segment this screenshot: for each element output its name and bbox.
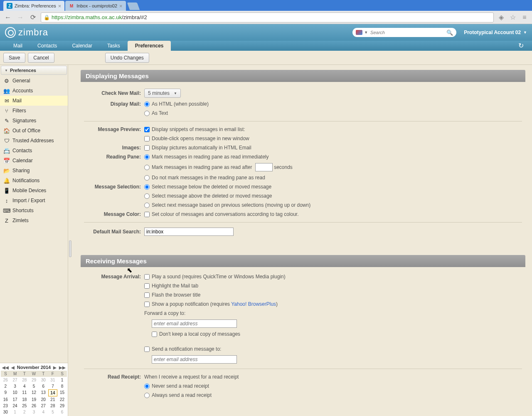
ms-above-radio[interactable]: Select message above the deleted or move… [144, 193, 272, 199]
rp-none-radio[interactable]: Do not mark messages in the reading pane… [144, 175, 265, 181]
highlight-tab-checkbox[interactable]: Highlight the Mail tab [144, 283, 198, 289]
check-interval-select[interactable]: 5 minutes [144, 89, 181, 98]
calendar-day[interactable]: 8 [57, 383, 67, 389]
ms-below-radio[interactable]: Select message below the deleted or move… [144, 184, 271, 190]
calendar-day[interactable]: 3 [29, 409, 39, 415]
calendar-day[interactable]: 5 [29, 383, 39, 389]
calendar-day[interactable]: 26 [29, 403, 39, 409]
ms-next-radio[interactable]: Select next message based on previous se… [144, 202, 310, 208]
sidebar-item-trusted-addresses[interactable]: 🛡Trusted Addresses [0, 136, 68, 146]
close-icon[interactable]: × [58, 3, 62, 9]
search-box[interactable]: ▼ 🔍 [352, 28, 456, 37]
calendar-day[interactable]: 28 [48, 403, 58, 409]
as-text-radio[interactable]: As Text [144, 110, 168, 116]
forward-button[interactable]: → [16, 13, 25, 22]
calendar-day[interactable]: 15 [57, 389, 67, 396]
rr-never-radio[interactable]: Never send a read receipt [144, 383, 209, 389]
auto-images-checkbox[interactable]: Display pictures automatically in HTML E… [144, 145, 251, 151]
calendar-day[interactable]: 7 [48, 383, 58, 389]
calendar-day[interactable]: 20 [39, 396, 48, 403]
calendar-day[interactable]: 29 [29, 377, 39, 383]
tab-mail[interactable]: Mail [6, 41, 30, 51]
sidebar-item-general[interactable]: ⚙General [0, 76, 68, 86]
save-button[interactable]: Save [3, 53, 25, 63]
sidebar-item-calendar[interactable]: 📅Calendar [0, 156, 68, 166]
calendar-day[interactable]: 21 [48, 396, 58, 403]
sidebar-drag-handle[interactable] [69, 240, 71, 257]
sidebar-item-out-of-office[interactable]: 🏠Out of Office [0, 126, 68, 136]
new-tab-button[interactable] [127, 2, 140, 10]
calendar-day[interactable]: 3 [10, 383, 20, 389]
calendar-day[interactable]: 6 [57, 409, 67, 415]
sidebar-item-mail[interactable]: ✉Mail [0, 96, 68, 106]
calendar-day[interactable]: 10 [10, 389, 20, 396]
calendar-day[interactable]: 24 [10, 403, 20, 409]
calendar-day[interactable]: 18 [20, 396, 29, 403]
calendar-day[interactable]: 23 [1, 403, 10, 409]
sidebar-item-accounts[interactable]: 👥Accounts [0, 86, 68, 96]
notify-email-input[interactable] [152, 355, 237, 364]
rp-immediate-radio[interactable]: Mark messages in reading pane as read im… [144, 154, 268, 160]
notify-checkbox[interactable]: Send a notification message to: [144, 346, 221, 352]
play-sound-checkbox[interactable]: Play a sound (requires QuickTime or Wind… [144, 274, 286, 280]
refresh-icon[interactable]: ↻ [516, 40, 526, 51]
sidebar-item-import-export[interactable]: ↕Import / Export [0, 196, 68, 206]
calendar-day[interactable]: 1 [10, 409, 20, 415]
browserplus-link[interactable]: Yahoo! BrowserPlus [231, 301, 276, 307]
calendar-day[interactable]: 30 [39, 377, 48, 383]
undo-changes-button[interactable]: Undo Changes [105, 53, 149, 63]
zimbra-logo[interactable]: zimbra [5, 27, 48, 38]
sidebar-item-contacts[interactable]: 📇Contacts [0, 146, 68, 156]
close-icon[interactable]: × [119, 3, 123, 9]
next-month-icon[interactable]: ▶ [52, 365, 58, 370]
calendar-day[interactable]: 5 [48, 409, 58, 415]
calendar-day[interactable]: 14 [48, 389, 58, 396]
sidebar-header[interactable]: Preferences [1, 66, 67, 75]
browser-tab-gmail[interactable]: M Inbox - oumiproto02 × [65, 1, 126, 11]
cancel-button[interactable]: Cancel [28, 53, 54, 63]
tab-preferences[interactable]: Preferences [128, 41, 171, 51]
calendar-day[interactable]: 6 [39, 383, 48, 389]
preferences-content[interactable]: Displaying Messages Check New Mail: 5 mi… [68, 65, 532, 416]
mail-scope-icon[interactable] [356, 30, 362, 35]
sidebar-item-notifications[interactable]: 🔔Notifications [0, 176, 68, 186]
account-menu[interactable]: Prototypical Account 02 ▼ [464, 30, 527, 35]
calendar-day[interactable]: 1 [57, 377, 67, 383]
tab-contacts[interactable]: Contacts [30, 41, 64, 51]
rp-seconds-input[interactable] [255, 163, 273, 171]
calendar-day[interactable]: 4 [39, 409, 48, 415]
calendar-day[interactable]: 25 [20, 403, 29, 409]
chevron-down-icon[interactable]: ▼ [364, 30, 368, 35]
url-field[interactable]: 🔒 https://zimbra.maths.ox.ac.uk/zimbra/#… [41, 12, 494, 22]
flash-title-checkbox[interactable]: Flash the browser title [144, 292, 200, 298]
bookmark-icon[interactable]: ☆ [509, 13, 517, 22]
tab-tasks[interactable]: Tasks [100, 41, 128, 51]
snippets-checkbox[interactable]: Display snippets of messages in email li… [144, 126, 245, 132]
tab-calendar[interactable]: Calendar [64, 41, 100, 51]
calendar-day[interactable]: 27 [10, 377, 20, 383]
calendar-day[interactable]: 29 [57, 403, 67, 409]
sidebar-item-sharing[interactable]: 📂Sharing [0, 166, 68, 176]
sidebar-item-zimlets[interactable]: ZZimlets [0, 215, 68, 225]
back-button[interactable]: ← [3, 13, 12, 22]
msg-color-checkbox[interactable]: Set colour of messages and conversations… [144, 211, 299, 217]
calendar-day[interactable]: 16 [1, 396, 10, 403]
prev-year-icon[interactable]: ◀◀ [1, 365, 10, 370]
default-search-input[interactable] [144, 228, 234, 236]
browser-tab-zimbra[interactable]: Z Zimbra: Preferences × [3, 1, 64, 11]
dblclick-checkbox[interactable]: Double-click opens message in new window [144, 136, 249, 141]
calendar-day[interactable]: 28 [20, 377, 29, 383]
sidebar-item-signatures[interactable]: ✎Signatures [0, 116, 68, 126]
keep-copy-checkbox[interactable]: Don't keep a local copy of messages [152, 331, 240, 337]
reload-button[interactable]: ⟳ [28, 13, 37, 22]
calendar-day[interactable]: 26 [1, 377, 10, 383]
next-year-icon[interactable]: ▶▶ [58, 365, 67, 370]
calendar-day[interactable]: 31 [48, 377, 58, 383]
calendar-day[interactable]: 13 [39, 389, 48, 396]
calendar-day[interactable]: 12 [29, 389, 39, 396]
prev-month-icon[interactable]: ◀ [10, 365, 16, 370]
forward-email-input[interactable] [152, 319, 237, 328]
calendar-day[interactable]: 30 [1, 409, 10, 415]
calendar-day[interactable]: 11 [20, 389, 29, 396]
sidebar-item-mobile-devices[interactable]: 📱Mobile Devices [0, 186, 68, 196]
